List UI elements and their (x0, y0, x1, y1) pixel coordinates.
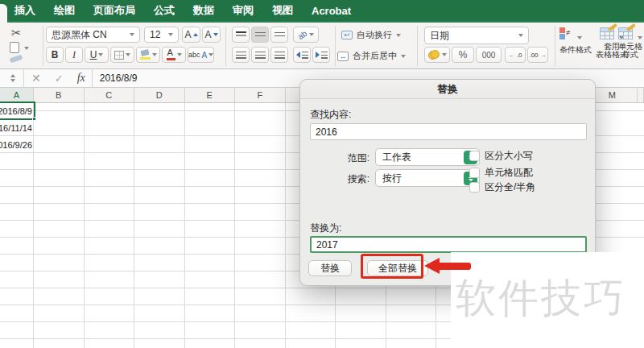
italic-button[interactable]: I (65, 47, 83, 63)
tab-view[interactable]: 视图 (272, 3, 293, 18)
phonetic-label: abc (188, 51, 200, 59)
wrap-text-caret (396, 34, 401, 37)
underline-label: U (90, 49, 97, 60)
confirm-entry-icon[interactable]: ✓ (55, 72, 64, 85)
down-arrow-icon (213, 33, 218, 36)
wrap-text-icon: ↩ (341, 31, 353, 39)
format-painter-icon[interactable] (9, 55, 23, 64)
shrink-font-button[interactable]: A (202, 27, 221, 43)
group-separator (43, 26, 43, 66)
cell-styles-button[interactable]: 单元格 样式 (618, 27, 642, 59)
align-right-button[interactable] (270, 47, 288, 63)
wrap-text-button[interactable]: ↩ 自动换行 (341, 29, 401, 41)
percent-format-button[interactable]: % (452, 47, 474, 63)
borders-icon (114, 51, 124, 60)
find-input[interactable] (310, 123, 587, 140)
align-left-button[interactable] (232, 47, 250, 63)
align-bottom-button[interactable] (270, 27, 288, 43)
merge-center-button[interactable]: ↔ 合并后居中 (337, 50, 406, 62)
column-header-n[interactable] (638, 88, 644, 103)
watermark-panel: 软件技巧 (451, 252, 644, 348)
cut-icon[interactable]: ✂ (11, 26, 22, 40)
decrease-indent-button[interactable] (293, 47, 311, 63)
column-header-e[interactable]: E (185, 88, 236, 103)
tab-page-layout[interactable]: 页面布局 (93, 3, 135, 18)
column-header-d[interactable]: D (134, 88, 185, 103)
borders-caret (126, 53, 130, 56)
font-color-button[interactable]: A (162, 47, 186, 63)
tab-data[interactable]: 数据 (193, 3, 214, 18)
scope-dropdown[interactable]: 工作表 (375, 148, 480, 166)
currency-caret (442, 53, 447, 56)
number-format-select[interactable]: 日期 (424, 27, 529, 44)
phonetic-button[interactable]: abc A (188, 47, 214, 63)
column-header-f[interactable]: F (235, 88, 286, 103)
match-width-label: 区分全/半角 (485, 180, 535, 194)
currency-format-button[interactable] (424, 47, 450, 63)
format-as-table-icon (600, 27, 614, 43)
increase-indent-button[interactable] (312, 47, 330, 63)
paste-icon[interactable] (10, 42, 19, 53)
font-size-select[interactable]: 12 (144, 27, 179, 43)
left-arrow-icon: ← (509, 52, 515, 59)
font-size-value: 12 (150, 29, 160, 40)
replace-button[interactable]: 替换 (308, 260, 352, 276)
paste-dropdown-caret[interactable] (24, 47, 29, 50)
checkbox-icon (469, 151, 480, 161)
up-arrow-icon (193, 33, 198, 36)
name-box-stepper[interactable] (10, 74, 15, 82)
match-case-checkbox[interactable]: 区分大小写 (469, 149, 533, 163)
formula-bar-value[interactable]: 2016/8/9 (100, 72, 138, 84)
scope-value: 工作表 (382, 151, 411, 164)
comma-format-button[interactable]: 000 (476, 47, 502, 63)
increase-decimal-button[interactable]: ← .0 (505, 47, 526, 63)
annotation-highlight-box (361, 254, 423, 279)
match-width-checkbox[interactable]: 区分全/半角 (469, 180, 535, 194)
cell-a3[interactable]: 2016/9/26 (0, 137, 34, 154)
font-size-caret (168, 33, 173, 36)
indent-lines-icon (321, 52, 328, 59)
dialog-title-bar[interactable]: 替换 (300, 80, 595, 99)
replace-with-input[interactable] (310, 236, 587, 253)
cell-selection-border (0, 102, 35, 120)
search-dropdown[interactable]: 按行 (375, 169, 480, 187)
align-top-button[interactable] (232, 27, 250, 43)
fill-handle[interactable] (32, 117, 36, 121)
fill-color-button[interactable] (136, 47, 160, 63)
merge-center-icon: ↔ (337, 52, 349, 61)
cell-a2[interactable]: 2016/11/14 (0, 120, 34, 137)
borders-button[interactable] (110, 47, 134, 63)
tab-review[interactable]: 审阅 (233, 3, 254, 18)
conditional-format-caret (577, 36, 582, 39)
tab-insert[interactable]: 插入 (14, 3, 35, 18)
search-label: 搜索: (332, 172, 369, 186)
tab-formulas[interactable]: 公式 (154, 3, 175, 18)
font-name-select[interactable]: 思源黑体 CN (46, 27, 140, 43)
font-name-value: 思源黑体 CN (52, 28, 107, 42)
font-name-caret (130, 33, 134, 36)
orientation-button[interactable]: ab (293, 27, 319, 43)
decrease-decimal-button[interactable]: .00 → (527, 47, 548, 63)
underline-button[interactable]: U (85, 47, 109, 63)
cell-styles-label-2: 样式 (618, 51, 642, 59)
align-center-button[interactable] (251, 47, 269, 63)
align-left-icon (236, 52, 246, 59)
column-header-b[interactable]: B (34, 88, 85, 103)
align-middle-button[interactable] (251, 27, 269, 43)
bold-button[interactable]: B (46, 47, 64, 63)
increase-decimal-label: .0 (517, 52, 522, 59)
decrease-indent-icon (296, 52, 300, 58)
conditional-format-button[interactable]: ≠ 条件格式 (559, 27, 592, 54)
orientation-icon: ab (296, 28, 308, 40)
tab-draw[interactable]: 绘图 (54, 3, 75, 18)
match-cell-checkbox[interactable]: 单元格匹配 (469, 166, 533, 180)
column-header-c[interactable]: C (85, 88, 135, 103)
excel-window: 插入 绘图 页面布局 公式 数据 审阅 视图 Acrobat ✂ 思源黑体 CN… (0, 0, 644, 348)
underline-caret (98, 53, 103, 56)
number-format-value: 日期 (430, 29, 449, 43)
phonetic-a-icon: A (201, 51, 207, 60)
cancel-entry-icon[interactable]: ✕ (31, 72, 41, 85)
insert-function-icon[interactable]: fx (77, 72, 85, 85)
tab-acrobat[interactable]: Acrobat (312, 5, 351, 17)
grow-font-button[interactable]: A (182, 27, 200, 43)
